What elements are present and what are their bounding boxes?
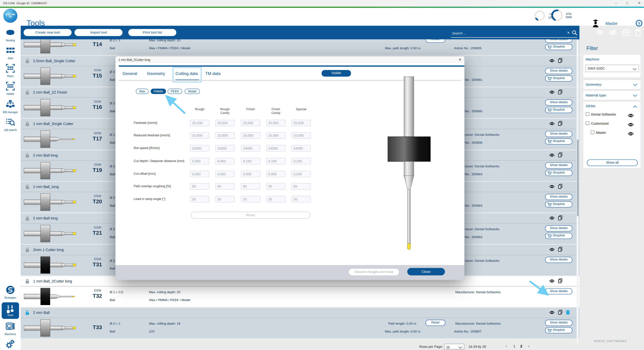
- copy-icon[interactable]: [558, 184, 562, 189]
- show-details-button[interactable]: Show details: [545, 162, 572, 168]
- close-window-button[interactable]: ✕: [638, 1, 641, 5]
- list-scrollbar[interactable]: [576, 40, 578, 343]
- param-input[interactable]: [291, 158, 311, 164]
- eye-icon[interactable]: [549, 279, 555, 283]
- import-tool-button[interactable]: Import tool: [74, 29, 122, 36]
- param-input[interactable]: [266, 183, 286, 190]
- show-details-button[interactable]: Show details: [545, 257, 572, 263]
- param-input[interactable]: [291, 183, 311, 190]
- param-input[interactable]: [190, 196, 210, 202]
- page-2-button[interactable]: 2: [520, 344, 522, 348]
- page-1-button[interactable]: 1: [513, 344, 515, 348]
- param-input[interactable]: [215, 171, 235, 177]
- eye-icon[interactable]: [628, 123, 634, 127]
- machine-select[interactable]: DWX 52DC: [585, 65, 639, 72]
- param-input[interactable]: [291, 196, 311, 202]
- search-input[interactable]: [451, 30, 564, 37]
- print-tool-list-button[interactable]: Print tool list: [128, 29, 176, 36]
- copy-icon[interactable]: [558, 121, 562, 126]
- param-input[interactable]: [190, 145, 210, 152]
- eye-icon[interactable]: [549, 184, 555, 188]
- param-input[interactable]: [215, 158, 235, 164]
- param-input[interactable]: [241, 171, 260, 177]
- shoplink-button[interactable]: Shoplink: [545, 170, 572, 176]
- param-input[interactable]: [266, 196, 286, 202]
- eye-icon[interactable]: [549, 216, 555, 220]
- show-details-button[interactable]: Show details: [545, 100, 572, 106]
- param-input[interactable]: [266, 158, 286, 164]
- param-input[interactable]: [215, 132, 235, 139]
- show-details-button[interactable]: Show details: [545, 194, 572, 200]
- checkbox-master[interactable]: [590, 130, 594, 134]
- delete-icon[interactable]: [566, 310, 570, 315]
- param-input[interactable]: [190, 171, 210, 177]
- tab-tm-data[interactable]: TM data: [205, 71, 220, 76]
- show-all-eye-icon[interactable]: [596, 30, 603, 35]
- tab-cutting-data[interactable]: Cutting data: [176, 71, 198, 76]
- scrollbar-thumb[interactable]: [577, 140, 578, 216]
- hide-all-eye-off-icon[interactable]: [609, 29, 617, 36]
- material-type-filter-card[interactable]: Material type:: [583, 90, 641, 100]
- chevron-down-icon[interactable]: [633, 94, 637, 97]
- dialog-close-icon[interactable]: ✕: [458, 57, 462, 62]
- copy-icon[interactable]: [558, 278, 562, 283]
- show-details-button[interactable]: Show details: [545, 288, 572, 294]
- material-tab-pmma[interactable]: PMMA: [151, 89, 166, 94]
- prev-page-button[interactable]: ‹: [506, 344, 507, 348]
- sidebar-item-jobs[interactable]: Jobs: [0, 45, 21, 63]
- tab-general[interactable]: General: [122, 71, 137, 76]
- tool-group-header[interactable]: 2 mm Ball: [21, 308, 579, 318]
- param-input[interactable]: [215, 145, 235, 152]
- shoplink-button[interactable]: Shoplink: [545, 107, 572, 113]
- shoplink-button[interactable]: Shoplink: [545, 44, 572, 50]
- material-tab-wax[interactable]: Wax: [136, 89, 148, 94]
- sidebar-item-job-search[interactable]: Job search: [0, 116, 21, 134]
- add-tool-icon[interactable]: [622, 28, 631, 37]
- chevron-down-icon[interactable]: [633, 83, 637, 87]
- param-input[interactable]: [215, 120, 235, 126]
- clear-search-icon[interactable]: ✕: [567, 31, 570, 35]
- eye-icon[interactable]: [549, 90, 555, 94]
- reset-cutting-data-button[interactable]: Reset: [191, 212, 310, 219]
- close-dialog-button[interactable]: Close: [407, 268, 445, 275]
- param-input[interactable]: [266, 171, 286, 177]
- maximize-button[interactable]: □: [626, 1, 628, 5]
- shoplink-button[interactable]: Shoplink: [545, 233, 572, 239]
- eye-icon[interactable]: [628, 132, 634, 136]
- eye-icon[interactable]: [549, 122, 555, 125]
- create-new-tool-button[interactable]: Create new tool: [24, 29, 72, 36]
- param-input[interactable]: [266, 132, 286, 139]
- param-input[interactable]: [241, 145, 260, 152]
- param-input[interactable]: [291, 120, 311, 126]
- copy-icon[interactable]: [558, 152, 562, 157]
- show-details-button[interactable]: Show details: [545, 320, 572, 326]
- eye-icon[interactable]: [549, 310, 555, 314]
- param-input[interactable]: [266, 145, 286, 152]
- sidebar-item-holder[interactable]: Holder: [0, 81, 21, 99]
- shoplink-button[interactable]: Shoplink: [545, 201, 572, 207]
- shoplink-button[interactable]: Shoplink: [545, 327, 572, 333]
- eye-icon[interactable]: [628, 113, 634, 118]
- tool-row[interactable]: T33Ø 2 r: 1BallMax. milling depth: 16ZrO…: [21, 318, 579, 338]
- user-role[interactable]: Master: [606, 21, 618, 26]
- param-input[interactable]: [190, 120, 210, 126]
- sidebar-item-strategies[interactable]: Strategies: [0, 284, 21, 302]
- show-all-button[interactable]: Show all: [587, 159, 638, 166]
- chevron-up-icon[interactable]: [633, 105, 637, 109]
- param-input[interactable]: [266, 120, 286, 126]
- param-input[interactable]: [215, 183, 235, 190]
- copy-icon[interactable]: [558, 247, 562, 252]
- sidebar-item-machines[interactable]: Machines: [0, 320, 21, 338]
- param-input[interactable]: [215, 196, 235, 202]
- param-input[interactable]: [241, 158, 260, 164]
- geometry-filter-card[interactable]: Geometry:: [583, 80, 641, 89]
- next-page-button[interactable]: ›: [528, 344, 529, 348]
- param-input[interactable]: [291, 132, 311, 139]
- tab-geometry[interactable]: Geometry: [147, 71, 165, 76]
- eye-icon[interactable]: [549, 153, 555, 157]
- checkbox-dental-softworks[interactable]: [586, 112, 589, 116]
- help-button[interactable]: ?: [636, 20, 642, 26]
- material-tab-model[interactable]: Model: [184, 89, 200, 94]
- sidebar-item-system[interactable]: System: [0, 338, 21, 350]
- sidebar-item-mill-manager[interactable]: Mill manager: [0, 99, 21, 116]
